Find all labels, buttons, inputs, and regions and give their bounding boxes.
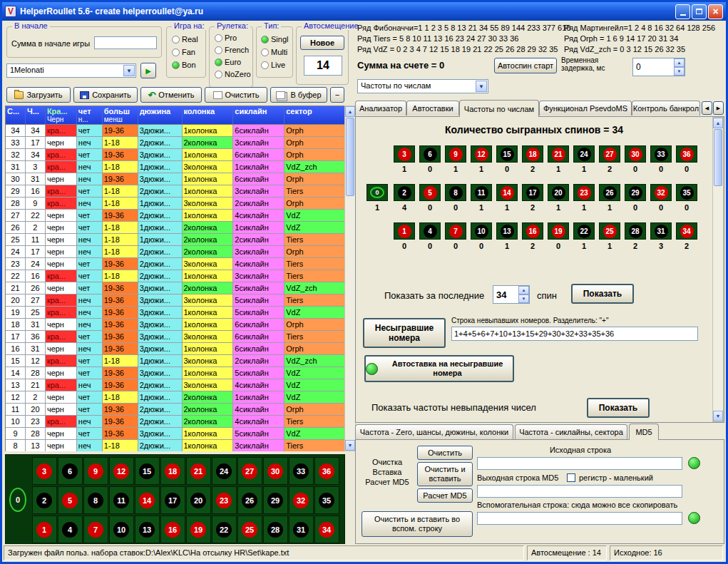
tab-autobets[interactable]: Автоставки xyxy=(406,101,459,116)
md5-out-input[interactable] xyxy=(477,485,682,498)
table-row[interactable]: 262чернчет1-181дюжи...2колонка1сиклайнVd… xyxy=(6,222,345,234)
number-cell-18[interactable]: 18 xyxy=(522,145,543,163)
tab-analyzer[interactable]: Анализатор xyxy=(355,101,406,116)
number-cell-1[interactable]: 1 xyxy=(32,516,57,543)
radio-real[interactable] xyxy=(172,36,180,43)
zero-cell[interactable]: 0 xyxy=(9,488,26,512)
radio-nozero[interactable] xyxy=(215,71,222,78)
number-cell-21[interactable]: 21 xyxy=(548,145,569,163)
number-cell-9[interactable]: 9 xyxy=(445,145,466,163)
radio-pro[interactable] xyxy=(215,34,222,42)
play-button[interactable]: ▶ xyxy=(140,63,156,78)
radio-fan[interactable] xyxy=(172,48,180,56)
table-row[interactable]: 1925кра...неч19-363дюжи...1колонка5сикла… xyxy=(6,307,345,319)
tab-scroll-right-icon[interactable]: ▶ xyxy=(713,101,724,115)
number-cell-8[interactable]: 8 xyxy=(83,486,108,514)
md5-aux-go-button[interactable] xyxy=(688,512,700,524)
number-cell-20[interactable]: 20 xyxy=(186,486,211,514)
table-row[interactable]: 2722чернчет19-362дюжи...1колонка4сиклайн… xyxy=(6,210,345,222)
table-row[interactable]: 1631черннеч19-363дюжи...1колонка6сиклайн… xyxy=(6,343,345,355)
to-buffer-button[interactable]: В буфер xyxy=(270,87,327,103)
table-row[interactable]: 2324чернчет19-362дюжи...3колонка4сиклайн… xyxy=(6,258,345,270)
number-cell-36[interactable]: 36 xyxy=(676,145,697,163)
md5-source-go-button[interactable] xyxy=(688,457,700,469)
md5-source-input[interactable] xyxy=(477,457,682,470)
minimize-button[interactable] xyxy=(675,4,690,19)
number-cell-11[interactable]: 11 xyxy=(109,486,134,514)
number-cell-21[interactable]: 21 xyxy=(186,457,211,485)
number-cell-0[interactable]: 0 xyxy=(366,184,388,201)
scroll-up-icon[interactable]: ▲ xyxy=(713,118,723,128)
freq-scrollbar[interactable]: ▲ ▼ xyxy=(712,117,724,422)
md5-aux-input[interactable] xyxy=(477,512,682,525)
number-cell-33[interactable]: 33 xyxy=(650,145,672,163)
start-sum-input[interactable] xyxy=(94,36,157,49)
number-cell-31[interactable]: 31 xyxy=(650,222,672,240)
tab-freq-chances[interactable]: Частота - Zero, шансы, дюжины, колонки xyxy=(355,424,513,439)
number-cell-10[interactable]: 10 xyxy=(471,222,492,240)
number-cell-33[interactable]: 33 xyxy=(289,457,314,485)
number-cell-26[interactable]: 26 xyxy=(237,486,262,514)
number-cell-32[interactable]: 32 xyxy=(289,486,314,514)
number-cell-13[interactable]: 13 xyxy=(496,222,518,240)
scrollbar-thumb[interactable] xyxy=(346,118,354,196)
autospin-start-button[interactable]: Автоспин старт xyxy=(494,58,557,73)
number-cell-6[interactable]: 6 xyxy=(58,457,83,485)
spin-up-icon[interactable]: ▲ xyxy=(518,286,529,294)
number-cell-32[interactable]: 32 xyxy=(650,184,672,201)
show-button[interactable]: Показать xyxy=(571,284,634,304)
md5-calc-button[interactable]: Расчет MD5 xyxy=(417,488,473,503)
number-cell-26[interactable]: 26 xyxy=(599,184,620,201)
number-cell-2[interactable]: 2 xyxy=(394,184,415,201)
radio-multi[interactable] xyxy=(261,48,269,56)
table-row[interactable]: 1512кра...чет1-181дюжи...3колонка2сиклай… xyxy=(6,355,345,367)
number-cell-30[interactable]: 30 xyxy=(625,145,646,163)
table-row[interactable]: 1428чернчет19-363дюжи...1колонка5сиклайн… xyxy=(6,367,345,379)
table-row[interactable]: 122чернчет1-181дюжи...2колонка1сиклайнVd… xyxy=(6,391,345,404)
radio-euro[interactable] xyxy=(215,58,222,66)
new-button[interactable]: Новое xyxy=(300,36,344,50)
table-row[interactable]: 1321кра...неч19-362дюжи...3колонка4сикла… xyxy=(6,379,345,391)
table-row[interactable]: 1120чернчет19-362дюжи...2колонка4сиклайн… xyxy=(6,404,345,416)
number-cell-34[interactable]: 34 xyxy=(676,222,697,240)
number-cell-16[interactable]: 16 xyxy=(160,516,185,543)
md5-clear-paste-aux-button[interactable]: Очистить и вставить во вспом. строку xyxy=(362,511,473,537)
table-row[interactable]: 3031черннеч19-363дюжи...1колонка6сиклайн… xyxy=(6,173,345,185)
tab-md5[interactable]: MD5 xyxy=(629,424,659,440)
number-cell-3[interactable]: 3 xyxy=(394,145,415,163)
number-cell-13[interactable]: 13 xyxy=(135,516,160,543)
table-row[interactable]: 2216кра...чет1-182дюжи...1колонка3сиклай… xyxy=(6,270,345,282)
table-row[interactable]: 289кра...неч1-181дюжи...3колонка2сиклайн… xyxy=(6,198,345,210)
register-checkbox[interactable] xyxy=(567,473,575,482)
table-row[interactable]: 928чернчет19-363дюжи...1колонка5сиклайнV… xyxy=(6,428,345,440)
title-bar[interactable]: V HelperRoullet 5.6- create helperroulle… xyxy=(2,2,726,21)
close-icon[interactable]: × xyxy=(708,4,723,19)
show-last-spinbox[interactable]: 34 ▲▼ xyxy=(493,285,530,304)
clear-button[interactable]: Очистить xyxy=(205,87,267,103)
number-cell-10[interactable]: 10 xyxy=(109,516,134,543)
number-cell-17[interactable]: 17 xyxy=(160,486,185,514)
number-cell-15[interactable]: 15 xyxy=(135,457,160,485)
number-cell-27[interactable]: 27 xyxy=(237,457,262,485)
number-cell-35[interactable]: 35 xyxy=(676,184,697,201)
app-icon[interactable]: V xyxy=(5,6,16,17)
number-cell-3[interactable]: 3 xyxy=(32,457,57,485)
number-cell-12[interactable]: 12 xyxy=(109,457,134,485)
radio-bon[interactable] xyxy=(172,61,180,69)
number-cell-15[interactable]: 15 xyxy=(496,145,518,163)
tab-frequencies[interactable]: Частоты по числам xyxy=(459,100,539,117)
number-cell-34[interactable]: 34 xyxy=(314,516,339,543)
number-cell-23[interactable]: 23 xyxy=(212,486,237,514)
missed-numbers-button[interactable]: Несыгравшие номера xyxy=(363,318,446,348)
chevron-down-icon[interactable]: ▼ xyxy=(123,65,135,76)
maximize-button[interactable] xyxy=(692,4,707,19)
missed-string-input[interactable] xyxy=(451,327,698,341)
number-cell-25[interactable]: 25 xyxy=(237,516,262,543)
number-cell-29[interactable]: 29 xyxy=(263,486,288,514)
table-row[interactable]: 1831черннеч19-363дюжи...1колонка6сиклайн… xyxy=(6,319,345,331)
number-cell-7[interactable]: 7 xyxy=(445,222,466,240)
history-col-header[interactable]: сиклайн xyxy=(233,106,284,125)
number-cell-35[interactable]: 35 xyxy=(314,486,339,514)
radio-live[interactable] xyxy=(261,61,269,69)
number-cell-28[interactable]: 28 xyxy=(625,222,646,240)
